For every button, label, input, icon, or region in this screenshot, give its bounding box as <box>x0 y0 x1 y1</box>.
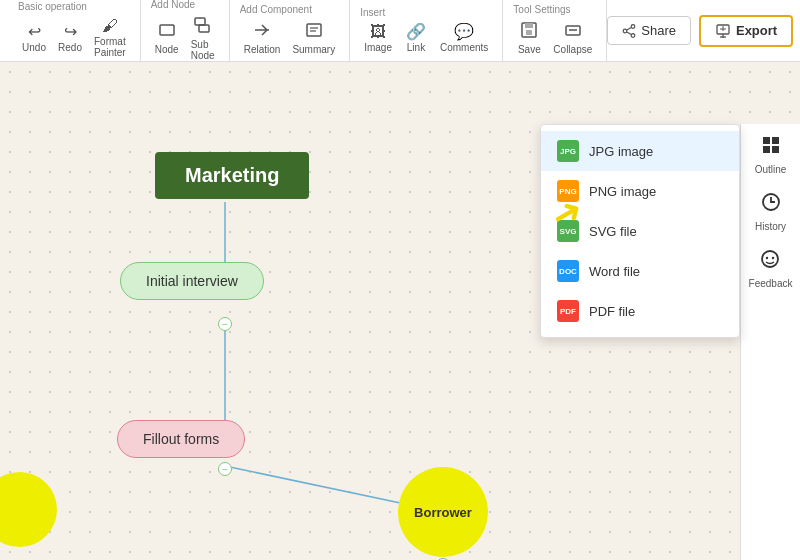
relation-icon <box>253 21 271 42</box>
word-icon: DOC <box>557 260 579 282</box>
export-icon <box>715 23 731 39</box>
share-button[interactable]: Share <box>607 16 691 45</box>
sub-node-button[interactable]: Sub Node <box>187 14 219 63</box>
relation-button[interactable]: Relation <box>240 19 285 57</box>
png-icon: PNG <box>557 180 579 202</box>
comments-icon: 💬 <box>454 24 474 40</box>
sub-node-icon <box>194 16 212 37</box>
tool-settings-buttons: Save Collapse <box>513 19 596 57</box>
collapse-icon <box>564 21 582 42</box>
collapse-initial-button[interactable]: − <box>218 317 232 331</box>
svg-point-13 <box>631 33 635 37</box>
toolbar-section-add-component: Add Component Relation Summary <box>230 0 351 61</box>
svg-rect-0 <box>160 25 174 35</box>
node-icon <box>158 21 176 42</box>
section-label-add-component: Add Component <box>240 4 312 15</box>
toolbar-section-insert: Insert 🖼 Image 🔗 Link 💬 Comments <box>350 0 503 61</box>
format-painter-button[interactable]: 🖌 Format Painter <box>90 16 130 60</box>
section-label-insert: Insert <box>360 7 385 18</box>
summary-icon <box>305 21 323 42</box>
insert-buttons: 🖼 Image 🔗 Link 💬 Comments <box>360 22 492 55</box>
svg-rect-23 <box>763 137 770 144</box>
undo-button[interactable]: ↩ Undo <box>18 22 50 55</box>
canvas[interactable]: Marketing Initial interview − Fillout fo… <box>0 62 800 560</box>
toolbar-section-basic: Basic operation ↩ Undo ↪ Redo 🖌 Format P… <box>8 0 141 61</box>
pdf-icon: PDF <box>557 300 579 322</box>
export-jpg-option[interactable]: JPG JPG image <box>541 131 739 171</box>
export-svg-option[interactable]: SVG SVG file <box>541 211 739 251</box>
export-word-option[interactable]: DOC Word file <box>541 251 739 291</box>
sidebar-item-outline[interactable]: Outline <box>755 134 787 175</box>
svg-rect-8 <box>526 30 532 35</box>
save-button[interactable]: Save <box>513 19 545 57</box>
export-png-option[interactable]: PNG PNG image <box>541 171 739 211</box>
svg-point-29 <box>766 257 768 259</box>
format-painter-icon: 🖌 <box>102 18 118 34</box>
toolbar-section-tool-settings: Tool Settings Save Collapse <box>503 0 607 61</box>
node-yellow-left[interactable] <box>0 472 57 547</box>
svg-rect-25 <box>763 146 770 153</box>
jpg-icon: JPG <box>557 140 579 162</box>
export-button[interactable]: Export <box>699 15 793 47</box>
svg-rect-1 <box>195 18 205 25</box>
node-initial-interview[interactable]: Initial interview <box>120 262 264 300</box>
link-button[interactable]: 🔗 Link <box>400 22 432 55</box>
undo-icon: ↩ <box>28 24 41 40</box>
toolbar-section-add-node: Add Node Node Sub Node <box>141 0 230 61</box>
svg-rect-2 <box>199 25 209 32</box>
section-label-basic: Basic operation <box>18 1 87 12</box>
sidebar-item-history[interactable]: History <box>755 191 786 232</box>
image-icon: 🖼 <box>370 24 386 40</box>
section-label-tool-settings: Tool Settings <box>513 4 570 15</box>
save-icon <box>520 21 538 42</box>
collapse-button[interactable]: Collapse <box>549 19 596 57</box>
redo-button[interactable]: ↪ Redo <box>54 22 86 55</box>
feedback-icon <box>759 248 781 275</box>
svg-rect-3 <box>307 24 321 36</box>
export-pdf-option[interactable]: PDF PDF file <box>541 291 739 331</box>
svg-point-12 <box>623 29 627 33</box>
basic-buttons: ↩ Undo ↪ Redo 🖌 Format Painter <box>18 16 130 60</box>
outline-icon <box>760 134 782 161</box>
svg-line-14 <box>627 27 632 30</box>
svg-icon: SVG <box>557 220 579 242</box>
sidebar-item-feedback[interactable]: Feedback <box>749 248 793 289</box>
svg-rect-24 <box>772 137 779 144</box>
svg-point-28 <box>762 251 778 267</box>
node-borrower[interactable]: Borrower <box>398 467 488 557</box>
svg-point-11 <box>631 24 635 28</box>
share-icon <box>622 24 636 38</box>
comments-button[interactable]: 💬 Comments <box>436 22 492 55</box>
section-label-add-node: Add Node <box>151 0 195 10</box>
collapse-fillout-button[interactable]: − <box>218 462 232 476</box>
right-sidebar: Outline History Feedback <box>740 124 800 560</box>
node-button[interactable]: Node <box>151 19 183 57</box>
node-marketing[interactable]: Marketing <box>155 152 309 199</box>
toolbar: Basic operation ↩ Undo ↪ Redo 🖌 Format P… <box>0 0 800 62</box>
history-icon <box>760 191 782 218</box>
export-dropdown: JPG JPG image PNG PNG image SVG SVG file… <box>540 124 740 338</box>
summary-button[interactable]: Summary <box>288 19 339 57</box>
toolbar-right: Share Export <box>607 15 793 47</box>
redo-icon: ↪ <box>64 24 77 40</box>
add-component-buttons: Relation Summary <box>240 19 340 57</box>
node-fillout-forms[interactable]: Fillout forms <box>117 420 245 458</box>
link-icon: 🔗 <box>406 24 426 40</box>
svg-rect-7 <box>525 23 533 28</box>
image-button[interactable]: 🖼 Image <box>360 22 396 55</box>
svg-line-15 <box>627 31 632 34</box>
add-node-buttons: Node Sub Node <box>151 14 219 63</box>
svg-rect-26 <box>772 146 779 153</box>
svg-point-30 <box>772 257 774 259</box>
